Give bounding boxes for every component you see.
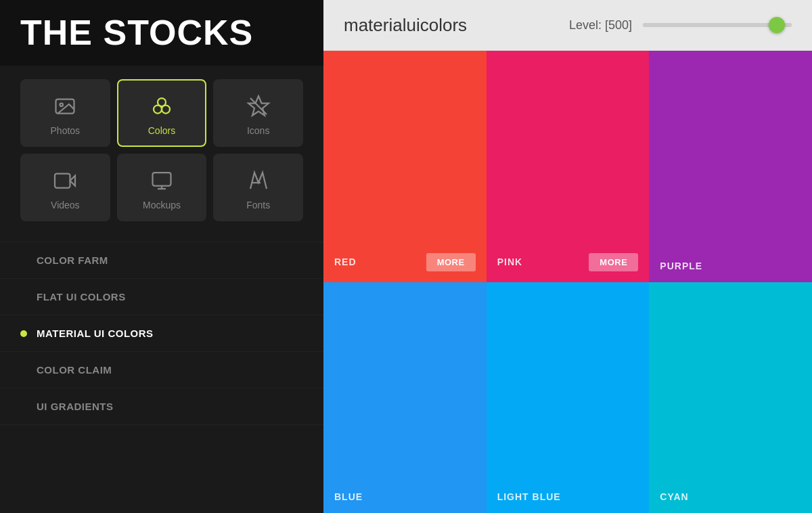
svg-rect-9 bbox=[152, 173, 171, 186]
main-content: materialuicolors Level: [500] RED MORE P… bbox=[323, 0, 812, 513]
nav-item-colors[interactable]: Colors bbox=[117, 79, 207, 147]
color-name-pink: PINK bbox=[497, 256, 522, 267]
icons-label: Icons bbox=[247, 125, 269, 136]
color-cell-bottom-lightblue: LIGHT BLUE bbox=[497, 491, 639, 502]
colors-label: Colors bbox=[148, 125, 175, 136]
color-cell-pink[interactable]: PINK MORE bbox=[487, 51, 650, 282]
color-name-lightblue: LIGHT BLUE bbox=[497, 491, 561, 502]
main-header: materialuicolors Level: [500] bbox=[323, 0, 812, 51]
color-cell-red[interactable]: RED MORE bbox=[323, 51, 487, 282]
level-label: Level: [500] bbox=[569, 18, 632, 32]
nav-grid: Photos Colors Icons Videos bbox=[0, 66, 323, 235]
svg-point-4 bbox=[162, 106, 170, 114]
nav-item-videos[interactable]: Videos bbox=[20, 154, 110, 221]
logo-area: THE STOCKS bbox=[0, 0, 323, 66]
color-cell-lightblue[interactable]: LIGHT BLUE bbox=[487, 282, 650, 514]
mockups-label: Mockups bbox=[143, 200, 181, 210]
videos-icon bbox=[53, 169, 77, 193]
logo: THE STOCKS bbox=[20, 14, 303, 52]
ui-gradients-label: UI GRADIENTS bbox=[37, 401, 114, 412]
color-claim-label: COLOR CLAIM bbox=[37, 364, 112, 376]
sidebar-menu: COLOR FARM FLAT UI COLORS MATERIAL UI CO… bbox=[0, 235, 323, 513]
color-cell-blue[interactable]: BLUE bbox=[323, 282, 487, 514]
color-grid: RED MORE PINK MORE PURPLE BLUE LIGHT BLU… bbox=[323, 51, 812, 513]
sidebar-item-ui-gradients[interactable]: UI GRADIENTS bbox=[0, 388, 323, 425]
color-name-cyan: CYAN bbox=[660, 491, 688, 502]
mockups-icon bbox=[150, 169, 174, 193]
nav-item-fonts[interactable]: Fonts bbox=[213, 154, 303, 221]
slider-thumb bbox=[769, 17, 785, 33]
svg-point-3 bbox=[154, 106, 162, 114]
sidebar-item-color-claim[interactable]: COLOR CLAIM bbox=[0, 352, 323, 388]
color-name-blue: BLUE bbox=[334, 491, 363, 502]
color-cell-bottom-purple: PURPLE bbox=[660, 261, 801, 271]
color-cell-bottom-red: RED MORE bbox=[334, 253, 476, 271]
svg-point-1 bbox=[60, 104, 64, 107]
photos-icon bbox=[53, 94, 77, 118]
color-cell-bottom-pink: PINK MORE bbox=[497, 253, 639, 271]
material-ui-colors-label: MATERIAL UI COLORS bbox=[37, 328, 154, 339]
nav-item-photos[interactable]: Photos bbox=[20, 79, 110, 147]
more-btn-pink[interactable]: MORE bbox=[589, 253, 638, 271]
sidebar-item-color-farm[interactable]: COLOR FARM bbox=[0, 242, 323, 279]
sidebar: THE STOCKS Photos Colors bbox=[0, 0, 323, 513]
more-btn-red[interactable]: MORE bbox=[426, 253, 476, 271]
level-control: Level: [500] bbox=[569, 18, 792, 32]
color-name-red: RED bbox=[334, 256, 357, 267]
nav-item-icons[interactable]: Icons bbox=[213, 79, 303, 147]
level-slider[interactable] bbox=[643, 23, 792, 27]
svg-rect-7 bbox=[55, 174, 70, 188]
color-cell-cyan[interactable]: CYAN bbox=[649, 282, 812, 514]
site-name: materialuicolors bbox=[344, 15, 467, 36]
active-indicator bbox=[20, 330, 27, 337]
color-cell-purple[interactable]: PURPLE bbox=[649, 51, 812, 282]
sidebar-item-flat-ui-colors[interactable]: FLAT UI COLORS bbox=[0, 279, 323, 315]
icons-icon bbox=[246, 94, 271, 118]
nav-item-mockups[interactable]: Mockups bbox=[117, 154, 207, 221]
sidebar-item-material-ui-colors[interactable]: MATERIAL UI COLORS bbox=[0, 315, 323, 352]
photos-label: Photos bbox=[51, 125, 81, 136]
colors-icon bbox=[150, 94, 174, 118]
videos-label: Videos bbox=[51, 200, 80, 210]
color-cell-bottom-cyan: CYAN bbox=[660, 491, 801, 502]
color-cell-bottom-blue: BLUE bbox=[334, 491, 476, 502]
fonts-label: Fonts bbox=[246, 200, 270, 210]
fonts-icon bbox=[246, 169, 271, 193]
color-name-purple: PURPLE bbox=[660, 261, 702, 271]
color-farm-label: COLOR FARM bbox=[37, 254, 108, 266]
flat-ui-colors-label: FLAT UI COLORS bbox=[37, 291, 126, 303]
